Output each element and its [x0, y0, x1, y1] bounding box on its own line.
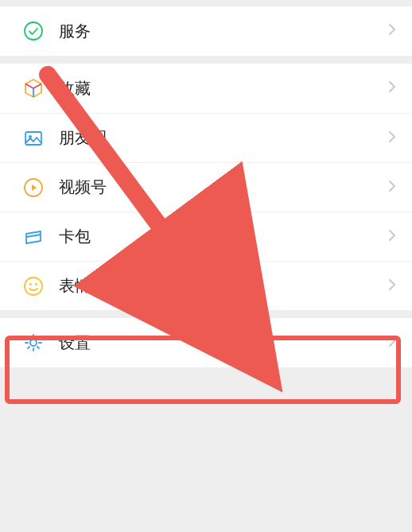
gear-icon: [22, 332, 45, 354]
row-cards[interactable]: 卡包: [0, 212, 412, 261]
svg-point-7: [30, 340, 37, 346]
chevron-right-icon: [388, 130, 396, 146]
service-icon: [22, 20, 45, 42]
picture-icon: [22, 127, 45, 150]
menu-group: 服务: [0, 6, 412, 56]
row-label: 朋友圈: [59, 127, 388, 149]
row-label: 设置: [59, 332, 388, 354]
row-label: 收藏: [59, 78, 388, 99]
row-stickers[interactable]: 表情: [0, 261, 412, 310]
row-favorites[interactable]: 收藏: [0, 64, 412, 113]
chevron-right-icon: [388, 80, 396, 96]
smile-icon: [22, 275, 45, 297]
chevron-right-icon: [388, 180, 396, 196]
chevron-right-icon: [388, 229, 396, 245]
svg-point-0: [25, 22, 42, 40]
row-label: 卡包: [59, 226, 388, 247]
row-label: 表情: [59, 275, 388, 297]
row-settings[interactable]: 设置: [0, 318, 412, 367]
chevron-right-icon: [388, 278, 396, 294]
row-label: 视频号: [59, 177, 388, 198]
chevron-right-icon: [388, 335, 396, 351]
row-label: 服务: [59, 21, 388, 42]
chevron-right-icon: [388, 23, 396, 39]
row-service[interactable]: 服务: [0, 6, 412, 56]
svg-point-5: [29, 283, 32, 285]
play-icon: [22, 177, 45, 199]
card-icon: [22, 226, 45, 248]
svg-point-4: [25, 278, 42, 295]
svg-rect-1: [25, 132, 41, 145]
cube-icon: [22, 77, 45, 99]
menu-group: 设置: [0, 318, 412, 367]
row-moments[interactable]: 朋友圈: [0, 113, 412, 162]
svg-point-6: [35, 283, 37, 285]
menu-group: 收藏 朋友圈 视频号: [0, 64, 412, 310]
row-channels[interactable]: 视频号: [0, 162, 412, 212]
